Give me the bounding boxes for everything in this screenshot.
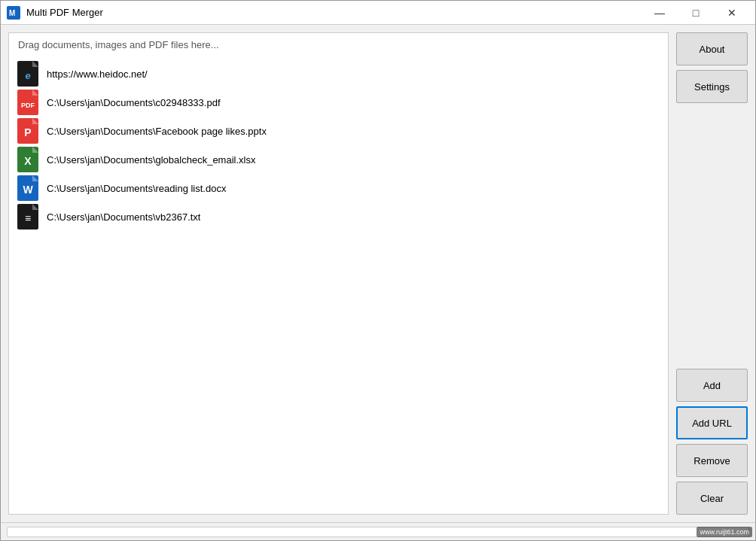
- svg-text:X: X: [24, 155, 32, 167]
- add-button[interactable]: Add: [676, 369, 748, 402]
- file-type-icon: W: [17, 175, 39, 202]
- close-button[interactable]: ✕: [715, 2, 749, 23]
- progress-bar: [7, 527, 749, 537]
- file-path-label: C:\Users\jan\Documents\Facebook page lik…: [47, 126, 267, 137]
- drag-hint: Drag documents, images and PDF files her…: [9, 33, 668, 56]
- file-path-label: C:\Users\jan\Documents\globalcheck_email…: [47, 154, 255, 166]
- list-item[interactable]: ehttps://www.heidoc.net/: [9, 59, 668, 88]
- file-path-label: https://www.heidoc.net/: [47, 68, 148, 80]
- list-item[interactable]: PDFC:\Users\jan\Documents\c02948333.pdf: [9, 88, 668, 117]
- svg-text:P: P: [24, 126, 31, 138]
- file-type-icon: e: [17, 60, 39, 87]
- svg-text:M: M: [9, 9, 15, 17]
- main-window: M Multi PDF Merger — □ ✕ Drag documents,…: [0, 0, 756, 541]
- minimize-button[interactable]: —: [642, 2, 677, 23]
- app-icon: M: [7, 6, 20, 20]
- status-bar: [1, 522, 755, 540]
- file-list: ehttps://www.heidoc.net/PDFC:\Users\jan\…: [9, 56, 668, 514]
- about-button[interactable]: About: [676, 32, 748, 65]
- settings-button[interactable]: Settings: [676, 70, 748, 103]
- clear-button[interactable]: Clear: [676, 482, 748, 515]
- list-item[interactable]: ≡C:\Users\jan\Documents\vb2367.txt: [9, 202, 668, 231]
- watermark: www.ruijt61.com: [697, 527, 752, 537]
- list-item[interactable]: PC:\Users\jan\Documents\Facebook page li…: [9, 117, 668, 145]
- file-type-icon: P: [17, 117, 39, 144]
- maximize-button[interactable]: □: [678, 2, 713, 23]
- window-title: Multi PDF Merger: [26, 7, 103, 18]
- main-content: Drag documents, images and PDF files her…: [1, 25, 755, 522]
- sidebar-spacer: [676, 108, 748, 364]
- list-item[interactable]: XC:\Users\jan\Documents\globalcheck_emai…: [9, 145, 668, 174]
- file-path-label: C:\Users\jan\Documents\vb2367.txt: [47, 211, 200, 223]
- title-bar: M Multi PDF Merger — □ ✕: [1, 1, 755, 25]
- file-path-label: C:\Users\jan\Documents\c02948333.pdf: [47, 97, 221, 108]
- file-path-label: C:\Users\jan\Documents\reading list.docx: [47, 183, 226, 194]
- sidebar: About Settings Add Add URL Remove Clear: [676, 32, 748, 515]
- svg-text:≡: ≡: [25, 212, 31, 224]
- svg-text:W: W: [23, 184, 33, 196]
- file-list-container: Drag documents, images and PDF files her…: [8, 32, 669, 515]
- add-url-button[interactable]: Add URL: [676, 406, 748, 439]
- file-type-icon: X: [17, 146, 39, 173]
- svg-text:e: e: [25, 70, 30, 81]
- remove-button[interactable]: Remove: [676, 444, 748, 477]
- file-type-icon: ≡: [17, 203, 39, 230]
- list-item[interactable]: WC:\Users\jan\Documents\reading list.doc…: [9, 174, 668, 202]
- file-type-icon: PDF: [17, 89, 39, 116]
- svg-text:PDF: PDF: [21, 102, 35, 109]
- window-controls: — □ ✕: [642, 2, 749, 23]
- title-bar-left: M Multi PDF Merger: [7, 6, 103, 20]
